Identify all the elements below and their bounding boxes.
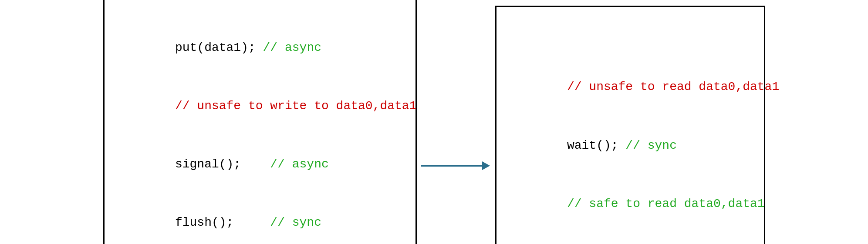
left-line-5-comment: // sync [270,216,321,229]
right-column: GPU/CPU j // unsafe to read data0,data1 … [495,0,765,244]
diagram: GPU/CPU i put(data0); // async put(data1… [20,0,848,244]
arrow-line [421,165,482,167]
left-column: GPU/CPU i put(data0); // async put(data1… [103,0,417,244]
left-line-4-code: signal(); [175,157,270,171]
left-line-4-comment: // async [270,157,328,171]
left-line-1: put(data0); // async [117,0,403,17]
left-line-5-code: flush(); [175,216,270,229]
right-line-6 [509,234,752,244]
left-line-2-code: put(data1); [175,41,263,54]
right-code-box: // unsafe to read data0,data1 wait(); //… [495,6,765,244]
left-line-5: flush(); // sync [117,194,403,244]
right-line-2 [509,38,752,57]
right-line-5: // safe to read data0,data1 [509,175,752,232]
right-line-5-text: // safe to read data0,data1 [567,197,765,211]
left-line-2: put(data1); // async [117,19,403,76]
left-line-2-comment: // async [263,41,321,54]
left-line-3-text: // unsafe to write to data0,data1 [175,99,417,113]
left-line-3: // unsafe to write to data0,data1 [117,77,403,134]
right-line-4-comment: // sync [625,139,677,152]
right-line-4: wait(); // sync [509,117,752,174]
arrow-head [482,161,490,170]
right-line-3-text: // unsafe to read data0,data1 [567,80,779,94]
arrow-area [417,74,495,170]
left-line-4: signal(); // async [117,136,403,193]
arrow-container [421,161,491,170]
right-line-4-code: wait(); [567,139,625,152]
left-code-box: put(data0); // async put(data1); // asyn… [103,0,417,244]
right-line-3: // unsafe to read data0,data1 [509,59,752,115]
right-line-1 [509,17,752,36]
